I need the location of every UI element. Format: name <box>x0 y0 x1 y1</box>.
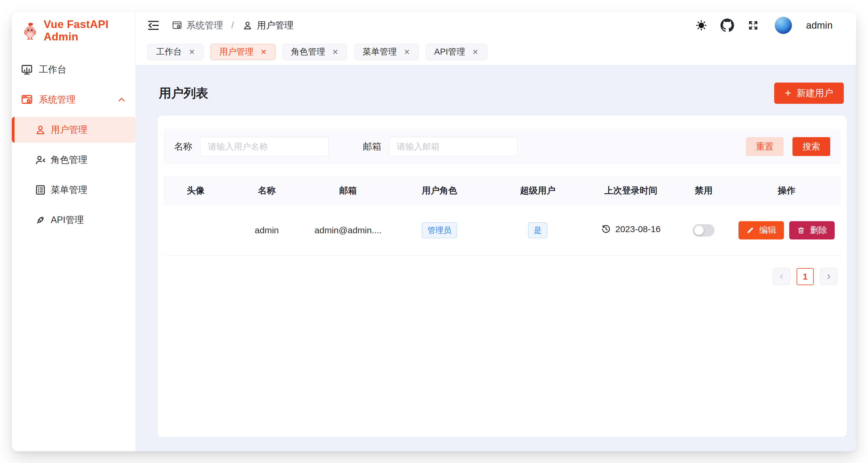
search-actions: 重置 搜索 <box>746 137 830 156</box>
breadcrumb-label: 用户管理 <box>257 19 293 32</box>
trash-icon <box>797 226 805 234</box>
close-icon[interactable]: ✕ <box>472 48 478 56</box>
header-actions: admin <box>694 17 833 34</box>
name-label: 名称 <box>174 140 192 153</box>
sidebar-item-menu-management[interactable]: 菜单管理 <box>12 177 135 203</box>
tab-user-management[interactable]: 用户管理 ✕ <box>211 44 275 60</box>
tab-label: 菜单管理 <box>363 46 397 58</box>
edit-button[interactable]: 编辑 <box>739 221 784 239</box>
sidebar-item-role-management[interactable]: 角色管理 <box>12 147 135 173</box>
breadcrumb-label: 系统管理 <box>186 19 223 32</box>
col-name: 名称 <box>228 177 306 205</box>
user-avatar[interactable] <box>775 17 792 34</box>
close-icon[interactable]: ✕ <box>404 48 410 56</box>
api-plug-icon <box>34 214 46 226</box>
sidebar-item-label: API管理 <box>51 214 84 226</box>
col-avatar: 头像 <box>163 177 228 205</box>
cell-last-login: 2023-08-16 <box>587 205 675 256</box>
col-disabled: 禁用 <box>675 177 732 205</box>
delete-button[interactable]: 删除 <box>789 221 835 239</box>
reset-button[interactable]: 重置 <box>746 137 784 156</box>
last-login-value: 2023-08-16 <box>615 224 660 234</box>
col-superuser: 超级用户 <box>489 177 587 205</box>
sidebar-item-workbench[interactable]: 工作台 <box>12 57 135 82</box>
table-row: admin admin@admin.... 管理员 是 <box>163 205 841 256</box>
disable-toggle[interactable] <box>693 224 715 236</box>
cell-disabled <box>675 205 732 256</box>
plus-icon: + <box>785 87 791 99</box>
name-input[interactable] <box>200 137 329 156</box>
history-clock-icon <box>601 224 611 234</box>
sidebar-item-label: 工作台 <box>39 63 66 76</box>
search-panel: 名称 邮箱 重置 搜索 <box>163 129 841 165</box>
close-icon[interactable]: ✕ <box>260 48 267 56</box>
pagination-next-button[interactable] <box>820 268 837 285</box>
top-header: 系统管理 / 用户管理 <box>136 12 856 39</box>
breadcrumb: 系统管理 / 用户管理 <box>172 19 293 32</box>
pagination-page-1[interactable]: 1 <box>797 268 814 285</box>
role-icon <box>34 154 46 166</box>
app-window: Vue FastAPI Admin 工作台 <box>12 12 856 451</box>
add-user-button[interactable]: + 新建用户 <box>774 82 844 104</box>
superuser-badge: 是 <box>528 222 547 238</box>
user-icon <box>34 124 46 136</box>
tab-workbench[interactable]: 工作台 ✕ <box>148 44 204 60</box>
cell-name: admin <box>228 205 306 256</box>
cell-superuser: 是 <box>489 205 587 256</box>
theme-sun-icon[interactable] <box>694 19 708 32</box>
pagination: 1 <box>163 268 841 285</box>
sidebar-item-system[interactable]: 系统管理 <box>12 87 135 113</box>
email-input[interactable] <box>389 137 518 156</box>
cell-actions: 编辑 删 <box>733 205 841 256</box>
menu-fold-icon[interactable] <box>146 18 160 32</box>
tab-bar: 工作台 ✕ 用户管理 ✕ 角色管理 ✕ 菜单管理 ✕ API管理 ✕ <box>136 39 856 65</box>
close-icon[interactable]: ✕ <box>189 48 195 56</box>
col-actions: 操作 <box>733 177 841 205</box>
menu-list-icon <box>34 184 46 196</box>
page-content: 用户列表 + 新建用户 名称 邮箱 重置 <box>136 65 856 451</box>
page-title-row: 用户列表 + 新建用户 <box>158 75 847 115</box>
page-title: 用户列表 <box>159 85 208 101</box>
sidebar-item-api-management[interactable]: API管理 <box>12 207 135 233</box>
users-table: 头像 名称 邮箱 用户角色 超级用户 上次登录时间 禁用 操作 <box>163 176 841 256</box>
tab-api-management[interactable]: API管理 ✕ <box>426 44 487 60</box>
table-header-row: 头像 名称 邮箱 用户角色 超级用户 上次登录时间 禁用 操作 <box>163 177 841 205</box>
role-badge: 管理员 <box>422 222 457 238</box>
col-last-login: 上次登录时间 <box>587 177 675 205</box>
pencil-icon <box>746 226 754 234</box>
breadcrumb-separator: / <box>229 20 236 31</box>
github-icon[interactable] <box>720 19 734 32</box>
tab-role-management[interactable]: 角色管理 ✕ <box>282 44 347 60</box>
fullscreen-icon[interactable] <box>746 19 760 32</box>
sidebar-item-label: 系统管理 <box>39 94 75 106</box>
breadcrumb-item-system[interactable]: 系统管理 <box>172 19 223 32</box>
tab-menu-management[interactable]: 菜单管理 ✕ <box>354 44 418 60</box>
chick-logo-icon <box>22 22 38 40</box>
cell-avatar <box>163 205 228 256</box>
main-area: 系统管理 / 用户管理 <box>136 12 856 451</box>
breadcrumb-item-users[interactable]: 用户管理 <box>242 19 293 32</box>
sidebar-item-label: 用户管理 <box>51 124 87 136</box>
content-card: 名称 邮箱 重置 搜索 <box>158 115 847 437</box>
monitor-icon <box>21 63 33 76</box>
email-label: 邮箱 <box>363 140 381 153</box>
sidebar: Vue FastAPI Admin 工作台 <box>12 12 136 451</box>
chevron-right-icon <box>825 273 833 280</box>
username[interactable]: admin <box>806 20 833 31</box>
col-email: 邮箱 <box>306 177 390 205</box>
brand[interactable]: Vue FastAPI Admin <box>12 12 135 49</box>
chevron-up-icon <box>117 95 127 105</box>
col-role: 用户角色 <box>390 177 489 205</box>
sidebar-item-user-management[interactable]: 用户管理 <box>12 117 135 143</box>
delete-label: 删除 <box>810 224 827 236</box>
name-field-group: 名称 <box>174 137 329 156</box>
sidebar-item-label: 菜单管理 <box>51 184 87 196</box>
pagination-prev-button[interactable] <box>773 268 790 285</box>
tab-label: 用户管理 <box>219 46 253 58</box>
search-button[interactable]: 搜索 <box>793 137 830 156</box>
tab-label: API管理 <box>434 46 465 58</box>
close-icon[interactable]: ✕ <box>332 48 338 56</box>
tab-label: 角色管理 <box>291 46 325 58</box>
tab-label: 工作台 <box>156 46 182 58</box>
chevron-left-icon <box>778 273 785 280</box>
